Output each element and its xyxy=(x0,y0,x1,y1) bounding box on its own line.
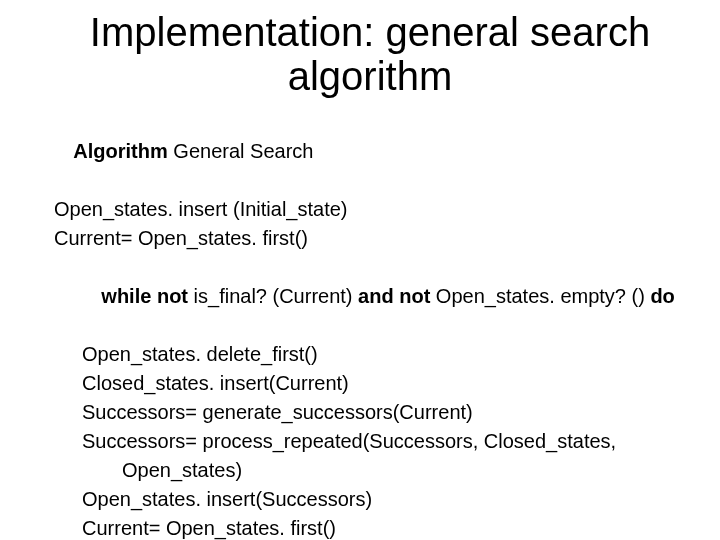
while-cond-1: is_final? (Current) xyxy=(188,285,358,307)
while-cond-2: Open_states. empty? () xyxy=(430,285,650,307)
slide: Implementation: general search algorithm… xyxy=(0,0,720,540)
kw-algorithm: Algorithm xyxy=(73,140,167,162)
algo-line-closed-insert: Closed_states. insert(Current) xyxy=(82,369,680,398)
algo-line-insert-successors: Open_states. insert(Successors) xyxy=(82,485,680,514)
kw-do: do xyxy=(650,285,674,307)
algo-name: General Search xyxy=(168,140,314,162)
algo-line-header: Algorithm General Search xyxy=(40,108,680,195)
slide-title: Implementation: general search algorithm xyxy=(0,0,720,102)
kw-while-not: while not xyxy=(101,285,188,307)
algo-line-insert-initial: Open_states. insert (Initial_state) xyxy=(54,195,680,224)
algo-line-while: while not is_final? (Current) and not Op… xyxy=(68,253,680,340)
algo-line-current-first: Current= Open_states. first() xyxy=(54,224,680,253)
algo-line-current-first-loop: Current= Open_states. first() xyxy=(82,514,680,540)
algo-line-delete-first: Open_states. delete_first() xyxy=(82,340,680,369)
algo-line-gen-successors: Successors= generate_successors(Current) xyxy=(82,398,680,427)
algo-line-process-repeated: Successors= process_repeated(Successors,… xyxy=(82,427,680,485)
algorithm-body: Algorithm General Search Open_states. in… xyxy=(0,102,720,540)
kw-and-not: and not xyxy=(358,285,430,307)
